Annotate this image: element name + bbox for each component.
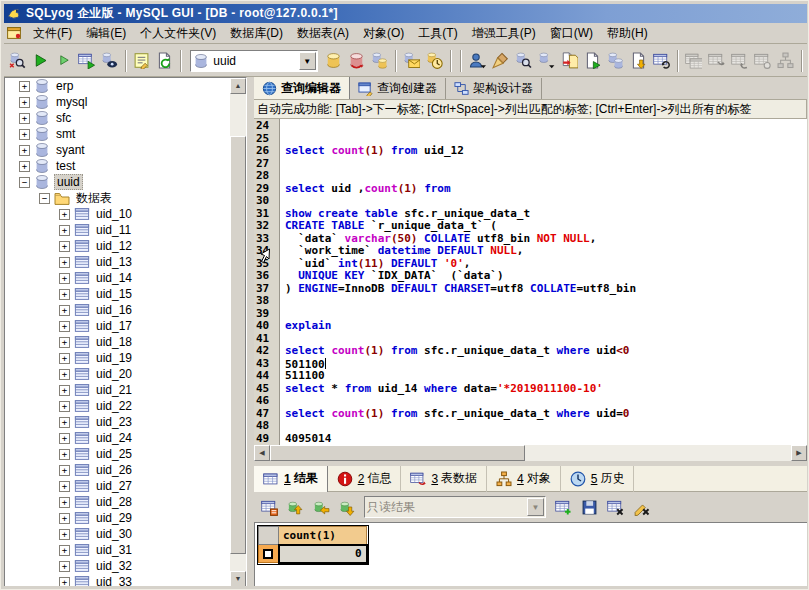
editor-hscrollbar[interactable]: ◀ ▶ [254,445,807,461]
refresh-object-browser-icon[interactable] [154,49,175,73]
collapse-toggle[interactable]: − [19,177,30,188]
tree-item-smt[interactable]: +smt [5,126,230,142]
tree-scroll-thumb[interactable] [230,136,246,554]
expand-toggle[interactable]: + [59,561,70,572]
editor-hscroll-thumb[interactable] [270,445,525,461]
tree-item-uid_29[interactable]: +uid_29 [5,510,230,526]
tree-item-uid_24[interactable]: +uid_24 [5,430,230,446]
expand-toggle[interactable]: + [59,321,70,332]
tree-item-uid_13[interactable]: +uid_13 [5,254,230,270]
expand-toggle[interactable]: + [59,513,70,524]
tree-item-uid_27[interactable]: +uid_27 [5,478,230,494]
expand-toggle[interactable]: + [19,145,30,156]
grid-value-cell[interactable]: 0 [279,545,367,563]
new-connection-icon[interactable] [7,49,28,73]
import-data-icon[interactable] [628,49,649,73]
tab-查询编辑器[interactable]: 查询编辑器 [254,77,350,99]
tree-item-uid_22[interactable]: +uid_22 [5,398,230,414]
execute-query-icon[interactable] [30,49,51,73]
menu-9[interactable]: 窗口(W) [543,24,600,42]
tab-查询创建器[interactable]: 查询创建器 [350,78,446,99]
tree-item-uid_23[interactable]: +uid_23 [5,414,230,430]
expand-toggle[interactable]: + [59,209,70,220]
tree-item-test[interactable]: +test [5,158,230,174]
expand-toggle[interactable]: + [59,305,70,316]
scroll-down-button[interactable]: ▼ [230,571,246,587]
expand-toggle[interactable]: + [19,161,30,172]
tab-表数据[interactable]: 3表数据 [401,466,487,492]
tree-item-uid_28[interactable]: +uid_28 [5,494,230,510]
tree-item-数据表[interactable]: −数据表 [5,190,230,206]
expand-toggle[interactable]: + [59,545,70,556]
tree-item-uid_11[interactable]: +uid_11 [5,222,230,238]
menu-10[interactable]: 帮助(H) [600,24,655,42]
tree-item-uid_17[interactable]: +uid_17 [5,318,230,334]
preview-result-icon[interactable] [99,49,120,73]
expand-toggle[interactable]: + [59,337,70,348]
chevron-down-icon[interactable]: ▼ [299,52,316,70]
tree-item-uid_15[interactable]: +uid_15 [5,286,230,302]
tree-item-uuid[interactable]: −uuid [5,174,230,190]
grid-corner-cell[interactable] [259,527,279,545]
tree-item-sfc[interactable]: +sfc [5,110,230,126]
sync-database-icon[interactable] [323,49,344,73]
tab-对象[interactable]: 4对象 [487,466,561,492]
tree-item-uid_12[interactable]: +uid_12 [5,238,230,254]
backup-data-icon[interactable] [605,49,626,73]
tree-item-erp[interactable]: +erp [5,78,230,94]
tree-item-uid_16[interactable]: +uid_16 [5,302,230,318]
export-data-icon[interactable] [582,49,603,73]
tree-item-uid_31[interactable]: +uid_31 [5,542,230,558]
expand-toggle[interactable]: + [19,129,30,140]
tab-结果[interactable]: 1结果 [254,466,328,492]
collapse-toggle[interactable]: − [39,193,50,204]
tree-item-uid_26[interactable]: +uid_26 [5,462,230,478]
query-window-icon[interactable] [6,25,22,41]
export-result-up-icon[interactable] [283,495,307,519]
schema-sync-icon[interactable] [536,49,557,73]
tab-历史[interactable]: 5历史 [561,466,635,492]
tree-editor-splitter[interactable] [247,77,254,588]
tree-item-uid_25[interactable]: +uid_25 [5,446,230,462]
scheduled-job-icon[interactable] [424,49,445,73]
expand-toggle[interactable]: + [59,465,70,476]
tree-item-uid_21[interactable]: +uid_21 [5,382,230,398]
copy-table-icon[interactable] [559,49,580,73]
insert-row-icon[interactable] [551,495,575,519]
expand-toggle[interactable]: + [59,273,70,284]
menu-8[interactable]: 增强工具(P) [465,24,543,42]
scroll-right-button[interactable]: ▶ [791,445,807,461]
refresh-result-icon[interactable] [257,495,281,519]
delete-row-icon[interactable] [603,495,627,519]
expand-toggle[interactable]: + [59,401,70,412]
export-result-down-icon[interactable] [335,495,359,519]
expand-toggle[interactable]: + [59,449,70,460]
tree-item-uid_10[interactable]: +uid_10 [5,206,230,222]
export-result-back-icon[interactable] [309,495,333,519]
row-checkbox[interactable] [263,549,273,559]
expand-toggle[interactable]: + [59,385,70,396]
tab-信息[interactable]: 2信息 [328,466,402,492]
sync-data-icon[interactable] [651,49,672,73]
menu-1[interactable]: 文件(F) [26,24,79,42]
expand-toggle[interactable]: + [59,433,70,444]
copy-database-icon[interactable] [369,49,390,73]
tab-架构设计器[interactable]: 架构设计器 [446,78,542,99]
tree-item-uid_18[interactable]: +uid_18 [5,334,230,350]
tree-item-uid_14[interactable]: +uid_14 [5,270,230,286]
tree-item-uid_20[interactable]: +uid_20 [5,366,230,382]
execute-current-query-icon[interactable] [53,49,74,73]
tree-item-uid_32[interactable]: +uid_32 [5,558,230,574]
sql-code-area[interactable]: select count(1) from uid_12select uid ,c… [280,119,807,445]
expand-toggle[interactable]: + [59,241,70,252]
menu-6[interactable]: 对象(O) [356,24,411,42]
flush-tools-icon[interactable] [490,49,511,73]
cancel-changes-icon[interactable] [629,495,653,519]
grid-column-header[interactable]: count(1) [279,527,367,545]
scroll-left-button[interactable]: ◀ [254,445,270,461]
scroll-up-button[interactable]: ▲ [230,78,246,94]
sql-editor[interactable]: 2425262728293031323334353637383940414243… [254,119,807,445]
expand-toggle[interactable]: + [59,529,70,540]
expand-toggle[interactable]: + [59,369,70,380]
tree-item-uid_19[interactable]: +uid_19 [5,350,230,366]
